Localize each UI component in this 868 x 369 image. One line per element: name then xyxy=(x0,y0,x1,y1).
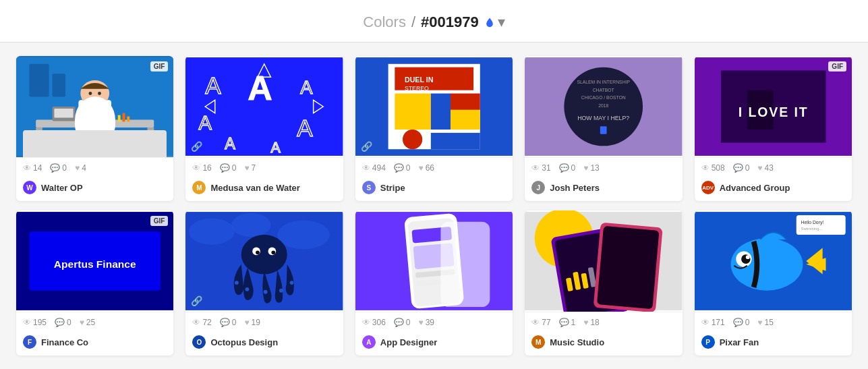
heart-icon-5: ♥ xyxy=(757,163,762,173)
svg-text:Swimming...: Swimming... xyxy=(801,227,822,231)
card-7-svg xyxy=(185,210,343,312)
card-6-likes: ♥ 25 xyxy=(80,318,95,327)
heart-icon-9: ♥ xyxy=(583,318,588,327)
card-4-image[interactable]: SLALEM IN INTERNSHIP CHATBOT CHICAGO / B… xyxy=(525,56,682,157)
card-6[interactable]: Apertus Finance GIF 👁 195 💬 0 ♥ 25 xyxy=(16,210,173,356)
eye-icon-6: 👁 xyxy=(23,318,31,327)
card-1-author-row[interactable]: W Walter OP xyxy=(16,177,173,201)
card-3-meta: 👁 494 💬 0 ♥ 66 xyxy=(355,157,513,177)
card-7-image[interactable]: 🔗 xyxy=(185,210,343,312)
svg-text:Hello Dory!: Hello Dory! xyxy=(801,220,823,225)
svg-point-54 xyxy=(231,213,270,237)
card-2-avatar: M xyxy=(192,181,206,194)
card-7-comments: 💬 0 xyxy=(220,318,237,327)
card-7-author-row[interactable]: O Octopus Design xyxy=(185,331,343,356)
card-7-views: 👁 72 xyxy=(192,318,211,327)
svg-rect-73 xyxy=(440,222,490,307)
card-6-image[interactable]: Apertus Finance GIF xyxy=(16,210,173,312)
eye-icon-4: 👁 xyxy=(531,163,540,173)
card-8-likes: ♥ 39 xyxy=(419,318,434,327)
card-7-author-name: Octopus Design xyxy=(210,337,278,347)
card-8-meta: 👁 306 💬 0 ♥ 39 xyxy=(355,312,513,331)
svg-text:A: A xyxy=(248,69,273,107)
card-2-image[interactable]: A A A A A A A 🔗 xyxy=(185,56,343,157)
svg-text:SLALEM IN INTERNSHIP: SLALEM IN INTERNSHIP xyxy=(577,80,631,84)
card-3-likes: ♥ 66 xyxy=(419,163,434,173)
card-1-author-name: Walter OP xyxy=(41,183,83,193)
card-9[interactable]: 👁 77 💬 1 ♥ 18 M Music Studio xyxy=(525,210,682,356)
comment-icon: 💬 xyxy=(50,163,60,173)
card-6-views: 👁 195 xyxy=(23,318,47,327)
card-1-image[interactable]: GIF xyxy=(16,56,173,157)
card-3-image[interactable]: DUEL IN STEREO 🔗 xyxy=(355,56,513,157)
svg-point-62 xyxy=(245,287,250,291)
card-9-author-row[interactable]: M Music Studio xyxy=(525,331,682,356)
color-picker-button[interactable]: ▾ xyxy=(484,13,505,31)
breadcrumb-colors: Colors xyxy=(363,13,406,31)
card-10-svg: Hello Dory! Swimming... xyxy=(695,210,852,312)
dropdown-arrow[interactable]: ▾ xyxy=(498,13,505,31)
card-9-image[interactable] xyxy=(525,210,682,312)
comment-icon-2: 💬 xyxy=(220,163,230,173)
card-5-likes: ♥ 43 xyxy=(757,163,773,173)
card-2-svg: A A A A A A A xyxy=(185,56,343,157)
svg-text:2018: 2018 xyxy=(598,103,608,108)
card-3-svg: DUEL IN STEREO xyxy=(355,56,513,157)
heart-icon-4: ♥ xyxy=(583,163,588,173)
card-1-views: 👁 14 xyxy=(23,163,42,173)
eye-icon-8: 👁 xyxy=(362,318,370,327)
card-6-svg: Apertus Finance xyxy=(16,210,173,312)
svg-rect-36 xyxy=(431,133,480,149)
gif-badge-5: GIF xyxy=(828,61,846,72)
svg-rect-83 xyxy=(597,226,660,309)
card-5-image[interactable]: I LOVE IT GIF xyxy=(695,56,852,157)
card-4[interactable]: SLALEM IN INTERNSHIP CHATBOT CHICAGO / B… xyxy=(525,56,682,201)
link-badge-7: 🔗 xyxy=(191,295,202,306)
card-6-author-row[interactable]: F Finance Co xyxy=(16,331,173,356)
card-4-likes: ♥ 13 xyxy=(583,163,599,173)
card-8-avatar: A xyxy=(362,335,376,349)
card-4-author-row[interactable]: J Josh Peters xyxy=(525,177,682,201)
eye-icon-9: 👁 xyxy=(531,318,540,327)
card-3-author-row[interactable]: S Stripe xyxy=(355,177,513,201)
card-10-author-row[interactable]: P Pixar Fan xyxy=(695,331,852,356)
card-5-author-row[interactable]: ADV Advanced Group xyxy=(695,177,852,201)
card-5[interactable]: I LOVE IT GIF 👁 508 💬 0 ♥ 43 AD xyxy=(695,56,852,201)
card-10[interactable]: Hello Dory! Swimming... 👁 171 💬 0 ♥ 15 xyxy=(695,210,852,356)
card-8-author-row[interactable]: A App Designer xyxy=(355,331,513,356)
card-5-views: 👁 508 xyxy=(701,163,725,173)
svg-rect-31 xyxy=(395,94,430,130)
card-10-image[interactable]: Hello Dory! Swimming... xyxy=(695,210,852,312)
gallery-container: GIF 👁 14 💬 0 ♥ 4 W Walter OP xyxy=(0,42,868,369)
svg-rect-11 xyxy=(123,113,125,122)
card-4-meta: 👁 31 💬 0 ♥ 13 xyxy=(525,157,682,177)
svg-text:CHICAGO / BOSTON: CHICAGO / BOSTON xyxy=(581,95,626,100)
card-9-meta: 👁 77 💬 1 ♥ 18 xyxy=(525,312,682,331)
card-7[interactable]: 🔗 👁 72 💬 0 ♥ 19 O Octopus Design xyxy=(185,210,343,356)
svg-text:Apertus Finance: Apertus Finance xyxy=(54,258,136,270)
card-1-svg xyxy=(16,56,173,157)
svg-text:A: A xyxy=(271,140,281,156)
card-8-image[interactable] xyxy=(355,210,513,312)
card-4-avatar: J xyxy=(531,181,545,194)
card-6-meta: 👁 195 💬 0 ♥ 25 xyxy=(16,312,173,331)
card-1[interactable]: GIF 👁 14 💬 0 ♥ 4 W Walter OP xyxy=(16,56,173,201)
eye-icon-5: 👁 xyxy=(701,163,710,173)
svg-rect-33 xyxy=(451,94,480,110)
card-2[interactable]: A A A A A A A 🔗 👁 16 xyxy=(185,56,343,201)
card-8[interactable]: 👁 306 💬 0 ♥ 39 A App Designer xyxy=(355,210,513,356)
svg-point-35 xyxy=(403,130,422,149)
breadcrumb-separator: / xyxy=(411,13,415,31)
svg-text:A: A xyxy=(206,72,222,98)
card-3[interactable]: DUEL IN STEREO 🔗 👁 494 xyxy=(355,56,513,201)
comment-icon-6: 💬 xyxy=(55,318,65,327)
card-2-author-row[interactable]: M Medusa van de Water xyxy=(185,177,343,201)
link-badge-2: 🔗 xyxy=(191,141,202,152)
color-hash: #001979 xyxy=(421,13,479,31)
card-6-avatar: F xyxy=(23,335,36,349)
card-2-likes: ♥ 7 xyxy=(244,163,256,173)
page-header: Colors / #001979 ▾ xyxy=(0,0,868,42)
svg-point-8 xyxy=(88,92,92,95)
svg-rect-6 xyxy=(78,100,111,123)
svg-text:DUEL IN: DUEL IN xyxy=(405,76,434,84)
